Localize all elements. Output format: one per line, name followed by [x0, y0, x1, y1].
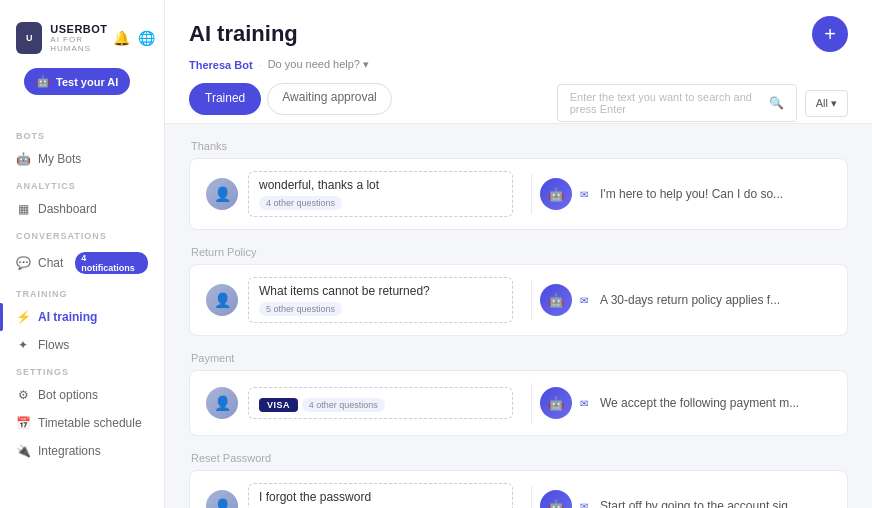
section-analytics-label: ANALYTICS: [0, 173, 164, 195]
category-label-reset: Reset Password: [189, 452, 848, 464]
message-icon: ✉: [580, 189, 588, 200]
message-icon: ✉: [580, 295, 588, 306]
sidebar-item-chat[interactable]: 💬 Chat 4 notifications: [0, 245, 164, 281]
sidebar-item-flows[interactable]: ✦ Flows: [0, 331, 164, 359]
divider: [531, 383, 532, 423]
bot-avatar-icon: 🤖: [548, 187, 564, 202]
category-label-return: Return Policy: [189, 246, 848, 258]
answer-text: A 30-days return policy applies f...: [600, 293, 780, 307]
question-tag: 4 other questions: [259, 196, 342, 210]
answer-cell: ✉ We accept the following payment m...: [572, 396, 831, 410]
search-icon: 🔍: [769, 96, 784, 110]
category-label-payment: Payment: [189, 352, 848, 364]
search-placeholder: Enter the text you want to search and pr…: [570, 91, 763, 115]
avatar: 👤: [206, 178, 238, 210]
divider: [531, 174, 532, 214]
question-text: What items cannot be returned?: [259, 284, 502, 298]
section-training-label: TRAINING: [0, 281, 164, 303]
answer-text: Start off by going to the account sig...: [600, 499, 798, 508]
answer-cell: ✉ I'm here to help you! Can I do so...: [572, 187, 831, 201]
tab-awaiting-approval[interactable]: Awaiting approval: [267, 83, 392, 115]
category-card-reset: 👤 I forgot the password 4 other question…: [189, 470, 848, 508]
training-content: Thanks 👤 wonderful, thanks a lot 4 other…: [165, 124, 872, 508]
robot-icon: 🤖: [36, 75, 50, 88]
table-row[interactable]: 👤 wonderful, thanks a lot 4 other questi…: [190, 159, 847, 229]
avatar: 👤: [206, 387, 238, 419]
bot-avatar: 🤖: [540, 284, 572, 316]
question-cell: What items cannot be returned? 5 other q…: [248, 277, 513, 323]
question-tag: 4 other questions: [302, 398, 385, 412]
category-card-payment: 👤 VISA 4 other questions 🤖 ✉ We accept t…: [189, 370, 848, 436]
chat-icon: 💬: [16, 256, 30, 270]
globe-icon[interactable]: 🌐: [138, 30, 155, 46]
sidebar-item-dashboard[interactable]: ▦ Dashboard: [0, 195, 164, 223]
question-cell: VISA 4 other questions: [248, 387, 513, 419]
test-ai-button[interactable]: 🤖 Test your AI: [24, 68, 130, 95]
question-cell: wonderful, thanks a lot 4 other question…: [248, 171, 513, 217]
divider: [531, 486, 532, 508]
category-payment: Payment 👤 VISA 4 other questions 🤖 ✉ We …: [189, 352, 848, 436]
answer-cell: ✉ Start off by going to the account sig.…: [572, 499, 831, 508]
bot-avatar-icon: 🤖: [548, 499, 564, 509]
page-title: AI training: [189, 21, 298, 47]
message-icon: ✉: [580, 398, 588, 409]
sidebar-item-bot-options[interactable]: ⚙ Bot options: [0, 381, 164, 409]
bot-avatar: 🤖: [540, 178, 572, 210]
bot-icon: 🤖: [16, 152, 30, 166]
question-text: I forgot the password: [259, 490, 502, 504]
add-button[interactable]: +: [812, 16, 848, 52]
bot-avatar-icon: 🤖: [548, 293, 564, 308]
category-return-policy: Return Policy 👤 What items cannot be ret…: [189, 246, 848, 336]
sidebar-item-ai-training[interactable]: ⚡ AI training: [0, 303, 164, 331]
timetable-icon: 📅: [16, 416, 30, 430]
answer-text: I'm here to help you! Can I do so...: [600, 187, 783, 201]
user-avatar-icon: 👤: [214, 498, 231, 508]
tabs-search-row: Trained Awaiting approval Enter the text…: [189, 83, 848, 123]
tab-trained[interactable]: Trained: [189, 83, 261, 115]
category-thanks: Thanks 👤 wonderful, thanks a lot 4 other…: [189, 140, 848, 230]
section-bots-label: BOTS: [0, 123, 164, 145]
question-tag: 5 other questions: [259, 302, 342, 316]
table-row[interactable]: 👤 What items cannot be returned? 5 other…: [190, 265, 847, 335]
answer-cell: ✉ A 30-days return policy applies f...: [572, 293, 831, 307]
logo-icon: U: [16, 22, 42, 54]
sidebar-item-my-bots[interactable]: 🤖 My Bots: [0, 145, 164, 173]
main-content: AI training + Theresa Bot · Do you need …: [165, 0, 872, 508]
breadcrumb-action[interactable]: Do you need help? ▾: [268, 58, 369, 71]
section-settings-label: SETTINGS: [0, 359, 164, 381]
question-cell: I forgot the password 4 other questions: [248, 483, 513, 508]
logo-text: USERBOT AI FOR HUMANS: [50, 23, 113, 53]
message-icon: ✉: [580, 501, 588, 509]
chat-badge: 4 notifications: [75, 252, 148, 274]
user-avatar-icon: 👤: [214, 292, 231, 308]
category-label-thanks: Thanks: [189, 140, 848, 152]
search-area: Enter the text you want to search and pr…: [557, 84, 848, 122]
dashboard-icon: ▦: [16, 202, 30, 216]
user-avatar-icon: 👤: [214, 395, 231, 411]
table-row[interactable]: 👤 VISA 4 other questions 🤖 ✉ We accept t…: [190, 371, 847, 435]
breadcrumb: Theresa Bot · Do you need help? ▾: [189, 58, 848, 71]
avatar: 👤: [206, 284, 238, 316]
bot-options-icon: ⚙: [16, 388, 30, 402]
flows-icon: ✦: [16, 338, 30, 352]
table-row[interactable]: 👤 I forgot the password 4 other question…: [190, 471, 847, 508]
bot-avatar: 🤖: [540, 490, 572, 508]
sidebar-item-integrations[interactable]: 🔌 Integrations: [0, 437, 164, 465]
breadcrumb-bot[interactable]: Theresa Bot: [189, 59, 253, 71]
tab-bar: Trained Awaiting approval: [189, 83, 392, 123]
divider: [531, 280, 532, 320]
main-header: AI training + Theresa Bot · Do you need …: [165, 0, 872, 124]
bell-icon[interactable]: 🔔: [113, 30, 130, 46]
filter-button[interactable]: All ▾: [805, 90, 848, 117]
answer-text: We accept the following payment m...: [600, 396, 799, 410]
search-box[interactable]: Enter the text you want to search and pr…: [557, 84, 797, 122]
question-text: wonderful, thanks a lot: [259, 178, 502, 192]
section-conversations-label: CONVERSATIONS: [0, 223, 164, 245]
integrations-icon: 🔌: [16, 444, 30, 458]
category-reset-password: Reset Password 👤 I forgot the password 4…: [189, 452, 848, 508]
bot-avatar: 🤖: [540, 387, 572, 419]
user-avatar-icon: 👤: [214, 186, 231, 202]
sidebar: U USERBOT AI FOR HUMANS 🔔 🌐 🤖 Test your …: [0, 0, 165, 508]
sidebar-item-timetable[interactable]: 📅 Timetable schedule: [0, 409, 164, 437]
avatar: 👤: [206, 490, 238, 508]
